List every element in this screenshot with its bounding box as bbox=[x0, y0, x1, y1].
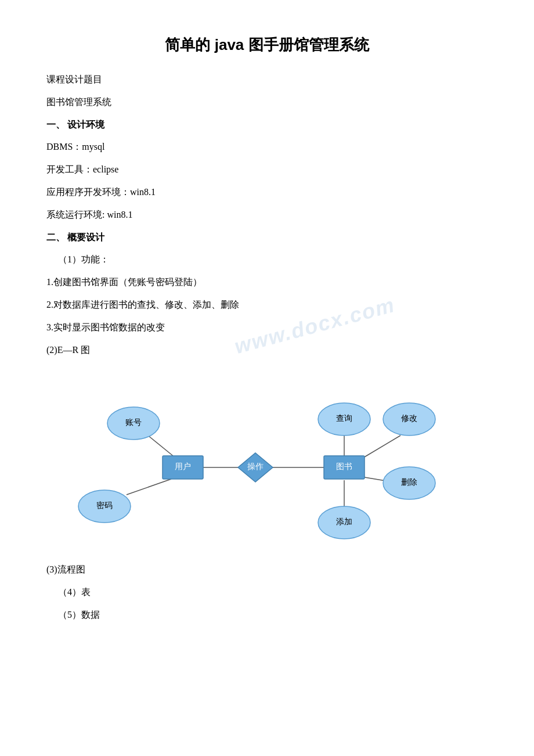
dev-tool: 开发工具：eclipse bbox=[46, 161, 488, 178]
node-password-label: 密码 bbox=[96, 502, 113, 510]
course-label: 课程设计题目 bbox=[46, 71, 488, 88]
er-label: (2)E—R 图 bbox=[46, 342, 488, 359]
node-delete-label: 删除 bbox=[401, 478, 417, 487]
node-query-label: 查询 bbox=[336, 415, 352, 423]
data-label: （5）数据 bbox=[58, 607, 488, 624]
svg-line-0 bbox=[148, 435, 173, 456]
svg-line-1 bbox=[127, 479, 171, 495]
er-diagram: 账号 用户 密码 操作 图书 查询 修改 删除 添加 bbox=[46, 364, 488, 550]
dbms: DBMS：mysql bbox=[46, 139, 488, 156]
heading-design-env: 一、 设计环境 bbox=[46, 117, 488, 134]
func-label: （1）功能： bbox=[58, 251, 488, 268]
node-operation-label: 操作 bbox=[247, 463, 264, 471]
func-2: 2.对数据库进行图书的查找、修改、添加、删除 bbox=[46, 297, 488, 314]
node-book-label: 图书 bbox=[336, 463, 352, 471]
func-3: 3.实时显示图书馆数据的改变 bbox=[46, 319, 488, 336]
table-label: （4）表 bbox=[58, 584, 488, 601]
node-add-label: 添加 bbox=[336, 518, 352, 527]
flow-label: (3)流程图 bbox=[46, 561, 488, 578]
heading-overview: 二、 概要设计 bbox=[46, 229, 488, 246]
svg-line-5 bbox=[365, 435, 400, 457]
sys-env: 系统运行环境: win8.1 bbox=[46, 207, 488, 224]
system-name: 图书馆管理系统 bbox=[46, 94, 488, 111]
node-user-label: 用户 bbox=[175, 463, 191, 471]
node-modify-label: 修改 bbox=[401, 415, 417, 423]
node-account-label: 账号 bbox=[125, 419, 142, 427]
app-env: 应用程序开发环境：win8.1 bbox=[46, 184, 488, 201]
func-1: 1.创建图书馆界面（凭账号密码登陆） bbox=[46, 274, 488, 291]
page-title: 简单的 java 图手册馆管理系统 bbox=[46, 35, 488, 55]
